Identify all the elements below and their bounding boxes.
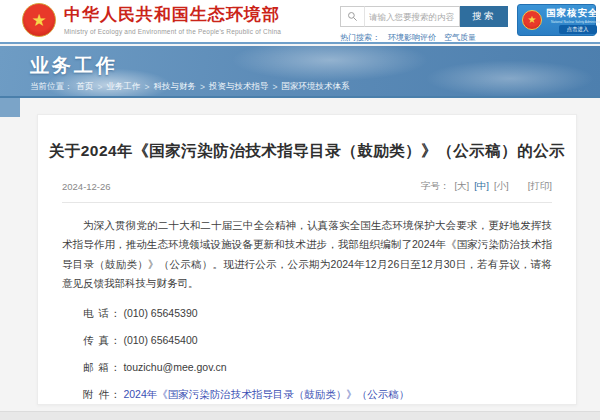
breadcrumb-separator: >	[200, 82, 205, 92]
contact-row-phone: 电 话： (010) 65645390	[62, 307, 552, 321]
nnsa-title: 国家核安全局	[546, 7, 600, 20]
breadcrumb: 当前位置： 首页 > 业务工作 > 科技与财务 > 投资与技术指导 > 国家环境…	[30, 81, 349, 93]
section-title: 业务工作	[30, 53, 118, 79]
phone-value: (010) 65645390	[123, 307, 197, 321]
font-size-large-button[interactable]: [大]	[454, 180, 469, 193]
email-value: touzichu@mee.gov.cn	[123, 361, 226, 375]
breadcrumb-separator: >	[98, 82, 103, 92]
article-title: 关于2024年《国家污染防治技术指导目录（鼓励类）》（公示稿）的公示	[38, 141, 576, 162]
site-title: 中华人民共和国生态环境部	[64, 5, 281, 25]
search-icon	[340, 6, 364, 27]
search-input[interactable]	[364, 6, 460, 27]
breadcrumb-item-business[interactable]: 业务工作	[106, 81, 140, 93]
hot-search-link-eia[interactable]: 环境影响评价	[388, 32, 436, 43]
site-logo[interactable]: ★ 中华人民共和国生态环境部 Ministry of Ecology and E…	[22, 3, 281, 37]
font-size-label: 字号：	[421, 180, 450, 193]
national-emblem-icon: ★	[22, 3, 56, 37]
article-paragraph: 为深入贯彻党的二十大和二十届三中全会精神，认真落实全国生态环境保护大会要求，更好…	[62, 216, 552, 294]
site-title-english: Ministry of Ecology and Environment of t…	[64, 28, 281, 35]
contact-row-fax: 传 真： (010) 65645400	[62, 334, 552, 348]
contact-row-attachment: 附 件： 2024年《国家污染防治技术指导目录（鼓励类）》（公示稿）	[62, 388, 552, 402]
phone-label: 电 话：	[83, 307, 121, 321]
breadcrumb-separator: >	[272, 82, 277, 92]
site-header: ★ 中华人民共和国生态环境部 Ministry of Ecology and E…	[0, 0, 600, 44]
section-banner: 业务工作 当前位置： 首页 > 业务工作 > 科技与财务 > 投资与技术指导 >…	[0, 46, 600, 98]
attachment-label: 附 件：	[83, 388, 121, 402]
article-meta-row: 2024-12-26 字号： [大] [中] [小] [打印]	[62, 180, 552, 203]
breadcrumb-item-tech-system[interactable]: 国家环境技术体系	[281, 81, 349, 93]
print-button[interactable]: [打印]	[528, 180, 552, 193]
hot-search-link-air-quality[interactable]: 空气质量	[444, 32, 476, 43]
nnsa-banner-link[interactable]: ★ 国家核安全局 National Nuclear Safety Adminis…	[517, 4, 596, 36]
search-area: 搜索 热门搜索： 环境影响评价 空气质量	[340, 6, 508, 43]
article-card: 关于2024年《国家污染防治技术指导目录（鼓励类）》（公示稿）的公示 2024-…	[37, 114, 577, 405]
breadcrumb-item-tech-finance[interactable]: 科技与财务	[153, 81, 196, 93]
font-size-medium-button[interactable]: [中]	[474, 180, 489, 193]
contact-row-email: 邮 箱： touzichu@mee.gov.cn	[62, 361, 552, 375]
breadcrumb-label: 当前位置：	[30, 81, 73, 93]
footer-strip	[0, 411, 600, 420]
breadcrumb-item-home[interactable]: 首页	[77, 81, 94, 93]
nnsa-enter-button[interactable]: 点击进入	[559, 25, 597, 34]
publish-date: 2024-12-26	[62, 181, 111, 192]
fax-label: 传 真：	[83, 334, 121, 348]
hot-search-label: 热门搜索：	[340, 32, 380, 43]
banner-left-decoration	[0, 98, 20, 117]
nnsa-subtitle: National Nuclear Safety Administration	[551, 20, 600, 24]
breadcrumb-item-investment-guidance[interactable]: 投资与技术指导	[209, 81, 269, 93]
breadcrumb-separator: >	[144, 82, 149, 92]
font-size-small-button[interactable]: [小]	[494, 180, 509, 193]
contact-list: 电 话： (010) 65645390 传 真： (010) 65645400 …	[62, 307, 552, 402]
attachment-link[interactable]: 2024年《国家污染防治技术指导目录（鼓励类）》（公示稿）	[123, 388, 409, 402]
fax-value: (010) 65645400	[123, 334, 197, 348]
search-button[interactable]: 搜索	[460, 6, 508, 27]
nnsa-emblem-icon: ★	[522, 10, 542, 30]
email-label: 邮 箱：	[83, 361, 121, 375]
